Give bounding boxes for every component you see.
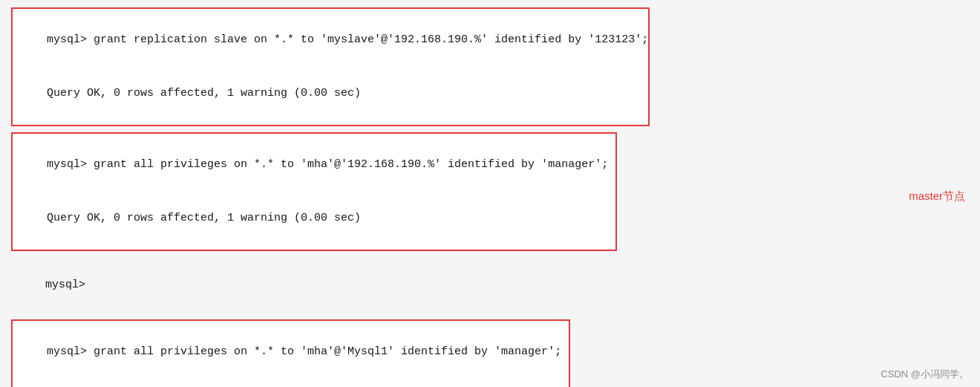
code-line: Query OK, 0 rows affected, 1 warning (0.… — [47, 212, 361, 224]
code-block-1: mysql> grant replication slave on *.* to… — [11, 7, 650, 126]
code-line: mysql> grant all privileges on *.* to 'm… — [47, 345, 561, 358]
code-line: mysql> grant all privileges on *.* to 'm… — [47, 158, 608, 171]
code-block-2: mysql> grant all privileges on *.* to 'm… — [11, 132, 617, 251]
code-line: Query OK, 0 rows affected, 1 warning (0.… — [47, 87, 361, 100]
watermark: CSDN @小冯同学。 — [881, 368, 969, 381]
terminal-container: mysql> grant replication slave on *.* to… — [11, 7, 969, 387]
side-label: master节点 — [909, 189, 965, 204]
code-line: mysql> grant replication slave on *.* to… — [47, 33, 648, 46]
plain-line-1: mysql> — [11, 257, 969, 313]
code-block-3: mysql> grant all privileges on *.* to 'm… — [11, 319, 570, 387]
